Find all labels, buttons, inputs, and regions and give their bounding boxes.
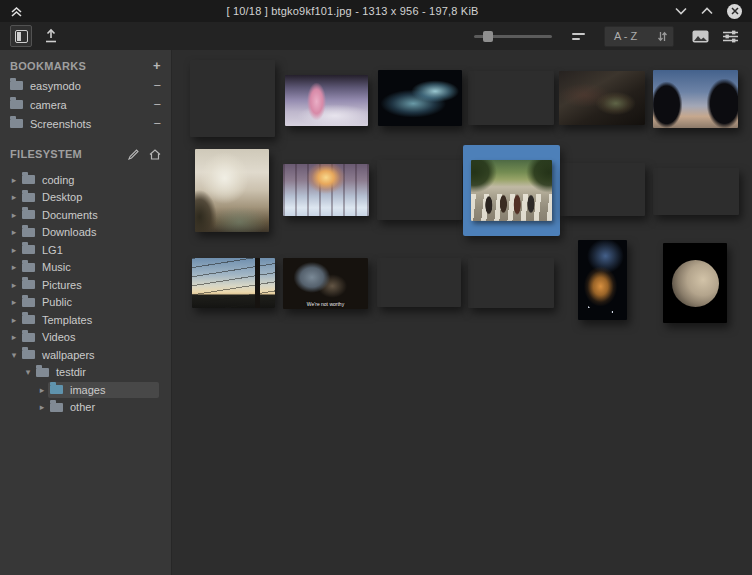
- expand-arrow-icon[interactable]: ▸: [8, 297, 20, 307]
- add-bookmark-button[interactable]: +: [153, 61, 161, 71]
- thumbnail-size-slider[interactable]: [474, 35, 552, 38]
- thumbnail-winter-forest-path[interactable]: [283, 164, 369, 216]
- thumbnail-white-hair-action[interactable]: [377, 160, 462, 220]
- expand-arrow-icon[interactable]: ▸: [36, 402, 48, 412]
- tree-item-other[interactable]: ▸other: [0, 399, 171, 417]
- tree-item-body: other: [48, 399, 159, 415]
- expand-arrow-icon[interactable]: ▸: [8, 245, 20, 255]
- expand-arrow-icon[interactable]: ▸: [8, 192, 20, 202]
- tree-item-body: Public: [20, 294, 159, 310]
- expand-arrow-icon[interactable]: ▸: [8, 315, 20, 325]
- tree-item-body: Music: [20, 259, 159, 275]
- sort-select[interactable]: A - Z: [604, 26, 674, 47]
- thumbnail-powerlines-sunset[interactable]: [192, 258, 275, 308]
- tree-item-body: Documents: [20, 207, 159, 223]
- tree-item-Music[interactable]: ▸Music: [0, 259, 171, 277]
- thumbnail-dark-scifi-scene[interactable]: [468, 71, 554, 125]
- folder-icon: [22, 298, 35, 307]
- tree-item-testdir[interactable]: ▾testdir: [0, 364, 171, 382]
- sliders-icon: [723, 30, 738, 43]
- tree-item-label: images: [70, 384, 105, 396]
- tree-item-wallpapers[interactable]: ▾wallpapers: [0, 346, 171, 364]
- tree-item-label: Downloads: [42, 226, 96, 238]
- image-view-button[interactable]: [692, 30, 709, 43]
- thumbnail-abbey-road-crossing[interactable]: [471, 160, 552, 221]
- thumbnail-pink-hair-concert[interactable]: [285, 75, 368, 126]
- close-icon[interactable]: [727, 4, 742, 19]
- bookmark-item-camera[interactable]: camera−: [0, 95, 171, 114]
- expand-arrow-icon[interactable]: ▸: [8, 175, 20, 185]
- thumbnail-lantern-festival[interactable]: [468, 258, 554, 308]
- expand-arrow-icon[interactable]: ▸: [8, 210, 20, 220]
- expand-arrow-icon[interactable]: ▸: [8, 332, 20, 342]
- expand-arrow-icon[interactable]: ▸: [8, 280, 20, 290]
- thumbnail-orange-blue-nebula[interactable]: [578, 240, 627, 320]
- tree-item-Videos[interactable]: ▸Videos: [0, 329, 171, 347]
- tree-item-label: Pictures: [42, 279, 82, 291]
- thumbnail-winged-silhouettes-dusk[interactable]: [653, 70, 738, 128]
- tree-item-label: other: [70, 401, 95, 413]
- parent-directory-button[interactable]: [40, 25, 62, 47]
- tree-item-LG1[interactable]: ▸LG1: [0, 241, 171, 259]
- folder-icon: [22, 333, 35, 342]
- thumbnail-black-white-anime[interactable]: [653, 168, 739, 215]
- thumbnail-flat-space-planets[interactable]: [377, 258, 461, 307]
- thumbnail-caption: We're not worthy: [283, 301, 368, 307]
- edit-path-button[interactable]: [128, 149, 139, 160]
- collapse-arrow-icon[interactable]: ▾: [8, 350, 20, 360]
- thumbnail-blue-smoke-waves[interactable]: [378, 70, 462, 126]
- selected-thumbnail-frame[interactable]: [463, 145, 560, 236]
- folder-icon: [36, 368, 49, 377]
- tree-item-Documents[interactable]: ▸Documents: [0, 206, 171, 224]
- remove-bookmark-button[interactable]: −: [153, 116, 161, 131]
- folder-icon: [22, 280, 35, 289]
- thumbnail-were-not-worthy-movie[interactable]: We're not worthy: [283, 258, 368, 309]
- folder-icon: [50, 403, 63, 412]
- sort-direction-icon[interactable]: [657, 31, 668, 42]
- titlebar: [ 10/18 ] btgko9kf101.jpg - 1313 x 956 -…: [0, 0, 752, 22]
- toggle-sidebar-button[interactable]: [10, 25, 32, 47]
- tree-item-body: Videos: [20, 329, 159, 345]
- compact-view-icon[interactable]: [572, 33, 586, 40]
- folder-icon: [22, 245, 35, 254]
- tree-item-Templates[interactable]: ▸Templates: [0, 311, 171, 329]
- up-arrow-icon: [44, 29, 58, 43]
- expand-arrow-icon[interactable]: ▸: [36, 385, 48, 395]
- tree-item-Public[interactable]: ▸Public: [0, 294, 171, 312]
- tree-item-label: Music: [42, 261, 71, 273]
- expand-arrow-icon[interactable]: ▸: [8, 227, 20, 237]
- remove-bookmark-button[interactable]: −: [153, 78, 161, 93]
- bookmark-item-Screenshots[interactable]: Screenshots−: [0, 114, 171, 133]
- tree-item-images[interactable]: ▸images: [0, 381, 171, 399]
- tree-item-label: LG1: [42, 244, 63, 256]
- tree-item-coding[interactable]: ▸coding: [0, 171, 171, 189]
- tree-item-body: Pictures: [20, 277, 159, 293]
- tree-item-label: wallpapers: [42, 349, 95, 361]
- collapse-arrow-icon[interactable]: ▾: [22, 367, 34, 377]
- remove-bookmark-button[interactable]: −: [153, 97, 161, 112]
- home-button[interactable]: [149, 149, 161, 160]
- thumbnail-graffiti-pink-girl[interactable]: [560, 163, 645, 216]
- bookmark-item-easymodo[interactable]: easymodo−: [0, 76, 171, 95]
- tree-item-Desktop[interactable]: ▸Desktop: [0, 189, 171, 207]
- slider-handle[interactable]: [483, 31, 493, 42]
- expand-arrow-icon[interactable]: ▸: [8, 262, 20, 272]
- minimize-icon[interactable]: [675, 7, 687, 15]
- tree-item-body: images: [48, 382, 159, 398]
- settings-button[interactable]: [723, 30, 738, 43]
- thumbnail-waterfall-painting[interactable]: [195, 149, 269, 232]
- sidebar-panel-icon: [15, 30, 28, 43]
- folder-icon: [10, 100, 23, 109]
- filesystem-header-label: FILESYSTEM: [10, 148, 82, 160]
- window-controls: [675, 4, 742, 19]
- tree-item-body: wallpapers: [20, 347, 159, 363]
- folder-icon: [22, 315, 35, 324]
- tree-item-Downloads[interactable]: ▸Downloads: [0, 224, 171, 242]
- thumbnail-gibbous-moon[interactable]: [663, 243, 727, 323]
- thumbnail-dark-spaceship[interactable]: [559, 71, 645, 125]
- thumbnail-andromeda-galaxy[interactable]: [190, 60, 275, 137]
- expand-panel-icon[interactable]: [10, 5, 30, 18]
- bookmark-label: easymodo: [30, 80, 81, 92]
- tree-item-Pictures[interactable]: ▸Pictures: [0, 276, 171, 294]
- maximize-icon[interactable]: [701, 7, 713, 15]
